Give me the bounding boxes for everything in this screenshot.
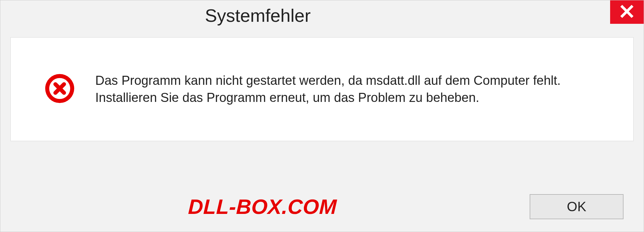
dialog-title: Systemfehler (205, 5, 311, 26)
ok-button[interactable]: OK (530, 194, 624, 219)
dialog-footer: DLL-BOX.COM OK (0, 181, 644, 232)
close-button[interactable] (610, 0, 644, 24)
dialog-titlebar: Systemfehler (0, 0, 644, 31)
dialog-content: Das Programm kann nicht gestartet werden… (10, 37, 634, 141)
close-icon (620, 4, 634, 20)
error-icon (44, 73, 75, 105)
error-message: Das Programm kann nicht gestartet werden… (95, 72, 610, 107)
watermark-text: DLL-BOX.COM (188, 195, 337, 219)
